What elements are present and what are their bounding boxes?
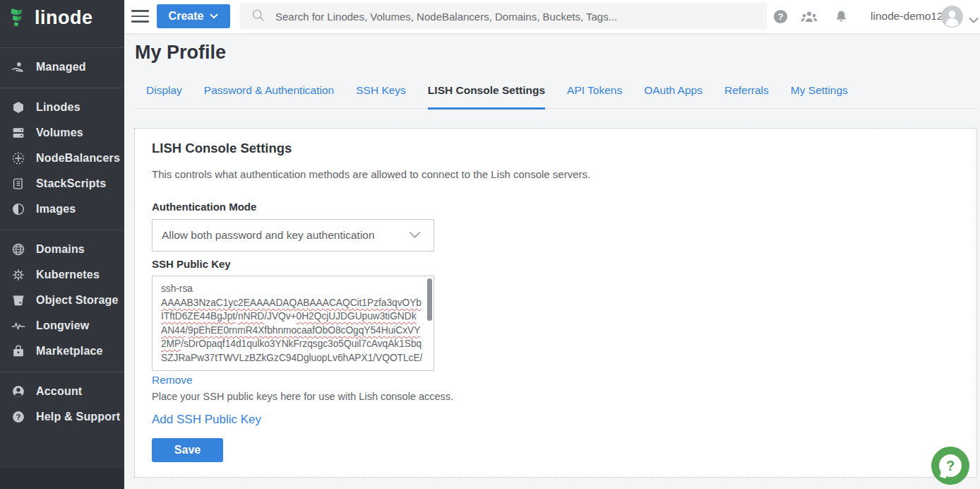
sidebar-item-marketplace[interactable]: Marketplace <box>0 338 124 364</box>
sidebar-item-label: Object Storage <box>36 294 119 307</box>
linode-icon <box>10 99 27 116</box>
domains-icon <box>10 241 27 258</box>
tab-lish-console-settings[interactable]: LISH Console Settings <box>428 76 545 110</box>
select-chevron-down-icon <box>409 229 421 242</box>
linode-logo-icon <box>9 7 28 32</box>
marketplace-icon <box>10 343 27 360</box>
create-button-label: Create <box>169 10 204 23</box>
tab-ssh-keys[interactable]: SSH Keys <box>356 76 406 108</box>
sidebar-item-label: Images <box>36 203 76 216</box>
page-title: My Profile <box>135 42 226 64</box>
ssh-public-key-textarea[interactable]: ssh-rsaAAAAB3NzaC1yc2EAAAADAQABAAACAQCit… <box>152 276 434 371</box>
add-ssh-public-key-link[interactable]: Add SSH Public Key <box>152 413 261 427</box>
community-icon[interactable] <box>799 8 819 25</box>
sidebar-item-label: Linodes <box>36 101 80 114</box>
panel-description: This controls what authentication method… <box>152 168 976 180</box>
authentication-mode-select[interactable]: Allow both password and key authenticati… <box>152 219 434 252</box>
sidebar: linode ManagedLinodesVolumesNodeBalancer… <box>0 0 124 489</box>
tab-password-authentication[interactable]: Password & Authentication <box>204 76 334 108</box>
username[interactable]: linode-demo123 <box>871 10 949 23</box>
ssh-key-line: SZJRaPw37tTWVLzBZkGzC94DgluopLv6hAPX1/VQ… <box>161 351 421 365</box>
sidebar-item-label: Longview <box>36 319 89 332</box>
sidebar-item-label: Volumes <box>36 126 83 139</box>
tab-my-settings[interactable]: My Settings <box>791 76 848 108</box>
avatar[interactable] <box>941 6 963 30</box>
tab-oauth-apps[interactable]: OAuth Apps <box>644 76 703 108</box>
global-search <box>240 3 767 30</box>
sidebar-group: Managed <box>0 47 124 88</box>
sidebar-nav: ManagedLinodesVolumesNodeBalancersStackS… <box>0 47 124 437</box>
sidebar-item-label: Account <box>36 385 82 398</box>
account-icon <box>10 383 27 400</box>
sidebar-item-images[interactable]: Images <box>0 196 124 222</box>
sidebar-item-help-support[interactable]: ?Help & Support <box>0 404 124 430</box>
ssh-key-helper-text: Place your SSH public keys here for use … <box>152 391 976 402</box>
chevron-down-icon <box>210 13 218 19</box>
sidebar-item-nodebalancers[interactable]: NodeBalancers <box>0 146 124 171</box>
sidebar-item-label: Kubernetes <box>36 269 100 281</box>
panel-heading: LISH Console Settings <box>152 141 976 156</box>
sidebar-item-account[interactable]: Account <box>0 379 124 404</box>
topbar: Create ? linode-demo123 <box>124 0 980 33</box>
lish-settings-panel: LISH Console Settings This controls what… <box>134 128 977 478</box>
tab-api-tokens[interactable]: API Tokens <box>567 76 622 108</box>
object-storage-icon <box>10 292 27 309</box>
profile-tabs: DisplayPassword & AuthenticationSSH Keys… <box>135 76 977 109</box>
sidebar-item-label: Domains <box>36 243 85 256</box>
help-icon[interactable]: ? <box>772 8 789 25</box>
create-button[interactable]: Create <box>157 4 230 28</box>
sidebar-item-longview[interactable]: Longview <box>0 313 124 338</box>
help-fab-button[interactable]: ? <box>931 447 969 485</box>
notifications-bell-icon[interactable] <box>834 8 849 24</box>
main-content: My Profile DisplayPassword & Authenticat… <box>124 33 980 489</box>
sidebar-footer <box>0 468 124 489</box>
sidebar-item-domains[interactable]: Domains <box>0 237 124 262</box>
sidebar-item-stackscripts[interactable]: StackScripts <box>0 171 124 196</box>
stackscripts-icon <box>10 175 27 192</box>
sidebar-item-label: Managed <box>36 61 86 73</box>
authentication-mode-value: Allow both password and key authenticati… <box>162 229 409 242</box>
ssh-key-line: ssh-rsa <box>161 282 421 296</box>
nodebalancers-icon <box>10 150 27 167</box>
ssh-key-line: AN44/9pEhEE0rnmR4XfbhnmocaafObO8cOgqY54H… <box>161 324 421 338</box>
sidebar-item-volumes[interactable]: Volumes <box>0 120 124 146</box>
managed-icon <box>10 59 27 76</box>
sidebar-item-label: NodeBalancers <box>36 152 120 165</box>
authentication-mode-label: Authentication Mode <box>152 201 976 213</box>
logo-text: linode <box>35 8 93 30</box>
sidebar-group: Account?Help & Support <box>0 372 124 437</box>
ssh-key-line: AAAAB3NzaC1yc2EAAAADAQABAAACAQCit1Pzfa3q… <box>161 296 421 310</box>
tab-referrals[interactable]: Referrals <box>724 76 769 108</box>
sidebar-item-label: Help & Support <box>36 411 120 423</box>
search-input[interactable] <box>275 11 767 23</box>
speech-bubble-question-icon: ? <box>939 454 962 477</box>
longview-icon <box>10 317 27 334</box>
user-menu-chevron-icon[interactable] <box>969 13 979 26</box>
search-icon <box>251 8 265 25</box>
ssh-public-key-label: SSH Public Key <box>152 258 976 270</box>
sidebar-item-label: StackScripts <box>36 177 106 190</box>
help-icon: ? <box>10 408 27 425</box>
sidebar-group: DomainsKubernetesObject StorageLongviewM… <box>0 230 124 372</box>
ssh-key-line: 2MP/sDrOpaqf14d1qulko3YNkFrzqsgc3o5Quil7… <box>161 337 421 351</box>
kubernetes-icon <box>10 266 27 283</box>
sidebar-item-object-storage[interactable]: Object Storage <box>0 288 124 313</box>
sidebar-item-linodes[interactable]: Linodes <box>0 95 124 120</box>
sidebar-item-label: Marketplace <box>36 345 103 358</box>
tab-display[interactable]: Display <box>146 76 182 108</box>
ssh-key-line: ITftD6ZE44BgJpt/nNRD/JVQv+0H2QcjUJDGUpuw… <box>161 310 421 324</box>
volumes-icon <box>10 124 27 141</box>
sidebar-item-managed[interactable]: Managed <box>0 54 124 80</box>
menu-icon[interactable] <box>131 9 149 23</box>
linode-logo[interactable]: linode <box>0 0 124 39</box>
sidebar-item-kubernetes[interactable]: Kubernetes <box>0 262 124 288</box>
remove-key-link[interactable]: Remove <box>152 374 193 387</box>
svg-text:?: ? <box>778 12 784 22</box>
sidebar-group: LinodesVolumesNodeBalancersStackScriptsI… <box>0 88 124 230</box>
save-button[interactable]: Save <box>152 438 223 462</box>
textarea-scrollbar[interactable] <box>427 278 432 321</box>
svg-text:?: ? <box>16 413 21 421</box>
images-icon <box>10 201 27 218</box>
